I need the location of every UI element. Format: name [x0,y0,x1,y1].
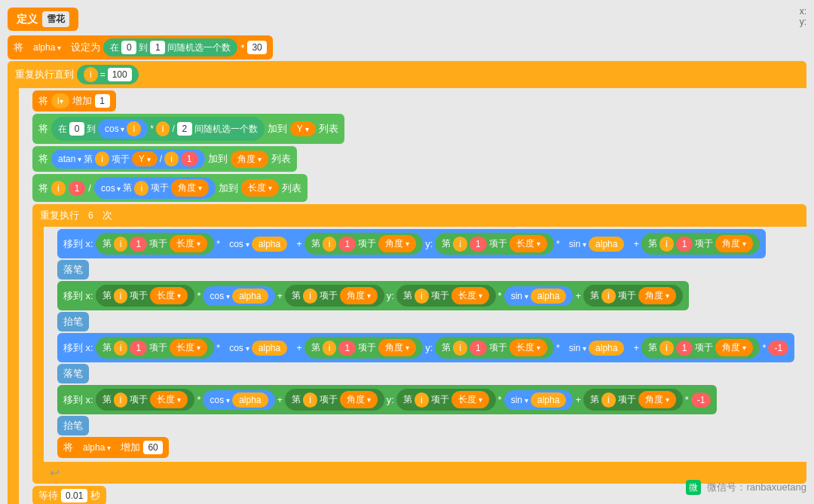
define-block[interactable]: 定义 雪花 [8,8,78,31]
i-var2[interactable]: i [51,93,69,108]
pen-up1-row: 抬笔 [57,312,806,331]
repeat-until-block: 重复执行直到 i = 100 将 i 增加 1 将 [8,61,806,504]
move-x3-block[interactable]: 移到 x: 第 i 1 项于 长度 * cos alpha [57,333,794,362]
i-var: i [84,67,98,82]
y-list[interactable]: Y [290,121,316,136]
alpha-increment-row: 将 alpha 增加 60 [57,437,806,458]
pen-down2-row: 落笔 [57,364,806,383]
set-alpha-row: 将 alpha 设定为 在 0 到 1 间随机选一个数 * 30 [8,35,806,60]
watermark: 微 微信号：ranbaxuetang [686,480,806,495]
condition-block: i = 100 [77,65,139,84]
i-increment-row: 将 i 增加 1 [32,90,806,111]
repeat-until-top[interactable]: 重复执行直到 i = 100 [8,61,806,88]
coordinates: x: y: [800,6,806,27]
cos-block: cos i [98,119,148,139]
move-x2-row: 移到 x: 第 i 项于 长度 * cos alpha [57,281,806,310]
y-coord: y: [800,17,806,27]
random-cos-block: 在 0 到 cos i * i / 2 间随机选一个数 [51,117,265,141]
alpha-var3[interactable]: alpha [76,440,118,455]
pen-down1-row: 落笔 [57,260,806,279]
move-x1-row: 移到 x: 第 i 1 项于 长度 * cos alpha [57,229,806,258]
add-y-row: 将 在 0 到 cos i * i / 2 间随机选一个数 [32,114,806,144]
random-range-block: 在 0 到 1 间随机选一个数 [103,38,237,57]
move-x4-block[interactable]: 移到 x: 第 i 项于 长度 * cos alpha [57,385,717,414]
cos2-block: cos 第 i 项于 角度 [94,177,216,199]
define-label: 定义 [17,13,38,26]
pen-down1-block[interactable]: 落笔 [57,260,89,279]
return-arrow: ↩ [50,466,60,480]
move-x2-block[interactable]: 移到 x: 第 i 项于 长度 * cos alpha [57,281,689,310]
alpha-increment-block[interactable]: 将 alpha 增加 60 [57,437,169,458]
wait-block[interactable]: 等待 0.01 秒 [32,486,106,504]
define-block-row: 定义 雪花 [8,8,806,34]
atan-block: atan 第 i 项于 Y / i 1 [51,149,205,169]
alpha-var[interactable]: alpha [26,40,68,55]
pen-down2-block[interactable]: 落笔 [57,364,89,383]
add-angle-row: 将 atan 第 i 项于 Y / i 1 加到 角度 列表 [32,146,806,172]
repeat6-container: 重复执行 6 次 移到 x: 第 i 1 项于 长 [32,204,806,484]
add-length-block[interactable]: 将 i 1 / cos 第 i 项于 角度 加到 长度 列表 [32,174,308,202]
repeat6-inner: 移到 x: 第 i 1 项于 长度 * cos alpha [44,227,806,462]
angle-list[interactable]: 角度 [231,151,268,168]
move-x4-row: 移到 x: 第 i 项于 长度 * cos alpha [57,385,806,414]
pen-up1-block[interactable]: 抬笔 [57,312,89,331]
repeat-inner: 将 i 增加 1 将 在 0 到 cos i [19,88,806,504]
add-y-block[interactable]: 将 在 0 到 cos i * i / 2 间随机选一个数 [32,114,344,144]
repeat6-top[interactable]: 重复执行 6 次 [32,204,806,227]
repeat6-block: 重复执行 6 次 移到 x: 第 i 1 项于 长 [32,204,806,484]
pen-up2-row: 抬笔 [57,416,806,435]
set-alpha-block[interactable]: 将 alpha 设定为 在 0 到 1 间随机选一个数 * 30 [8,35,273,60]
add-angle-block[interactable]: 将 atan 第 i 项于 Y / i 1 加到 角度 列表 [32,146,297,172]
move-x3-row: 移到 x: 第 i 1 项于 长度 * cos alpha [57,333,806,362]
pen-up2-block[interactable]: 抬笔 [57,416,89,435]
length-list[interactable]: 长度 [241,179,279,197]
add-length-row: 将 i 1 / cos 第 i 项于 角度 加到 长度 列表 [32,174,806,202]
x-coord: x: [800,6,806,17]
move-x1-block[interactable]: 移到 x: 第 i 1 项于 长度 * cos alpha [57,229,766,258]
i-increment-block[interactable]: 将 i 增加 1 [32,90,116,111]
wechat-icon: 微 [686,480,701,495]
watermark-text: 微信号：ranbaxuetang [707,481,806,494]
define-name: 雪花 [42,11,69,27]
